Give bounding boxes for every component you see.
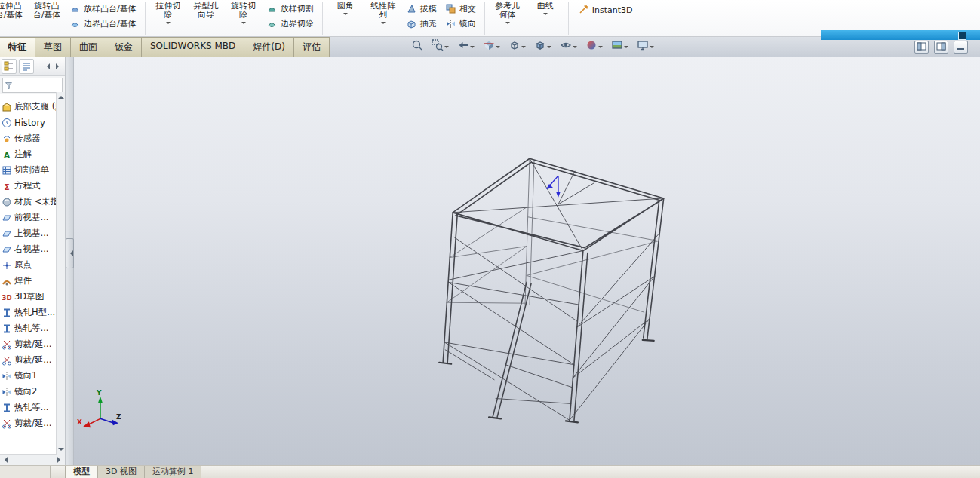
doc-tab-运动算例 1[interactable]: 运动算例 1 (144, 466, 202, 478)
tree-horizontal-scrollbar[interactable] (0, 454, 65, 465)
dropdown-caret-icon[interactable] (624, 46, 628, 51)
ribbon-button-intersect[interactable]: 相交 (446, 3, 476, 14)
ribbon-button-shell[interactable]: 抽壳 (407, 18, 437, 29)
ribbon-button-reference-geometry[interactable]: 参考几何体 (489, 0, 527, 26)
dropdown-caret-icon[interactable] (381, 22, 386, 26)
ribbon-button-mirror[interactable]: 镜向 (446, 18, 476, 29)
ribbon-button-curves[interactable]: 曲线 (527, 0, 564, 17)
ribbon-button-loft-cut[interactable]: 放样切割 (267, 3, 314, 14)
tree-item[interactable]: 热轧H型... (2, 305, 57, 320)
ribbon-button-extrude-boss[interactable]: 拉伸凸台/基体 (0, 0, 28, 20)
tree-item[interactable]: Σ方程式 (2, 178, 57, 194)
ribbon-button-loft-boss[interactable]: 放样凸台/基体 (70, 3, 137, 14)
dropdown-caret-icon[interactable] (241, 22, 246, 26)
tree-item[interactable]: 切割清单 (2, 162, 57, 178)
ribbon-button-boundary-boss[interactable]: 边界凸台/基体 (70, 18, 137, 29)
ribbon-toggle-instant3d[interactable]: Instant3D (573, 0, 639, 15)
panel-collapse-handle[interactable] (66, 238, 74, 268)
tree-item[interactable]: 镜向2 (2, 384, 57, 400)
tree-item-label: 热轧H型... (14, 307, 55, 318)
section-view-button[interactable] (481, 38, 502, 55)
dropdown-caret-icon[interactable] (444, 46, 449, 51)
tree-item[interactable]: 前视基... (2, 210, 57, 225)
tree-item[interactable]: 热轧等... (2, 400, 57, 415)
ribbon-button-draft[interactable]: 拔模 (407, 3, 437, 14)
tree-item[interactable]: 3D3D草图 (2, 289, 57, 305)
dropdown-caret-icon[interactable] (470, 46, 475, 51)
tree-item-root[interactable]: 底部支腿 (默认) (2, 99, 57, 115)
apply-scene-button[interactable] (610, 38, 630, 55)
doc-tab-模型[interactable]: 模型 (65, 466, 98, 478)
tree-item[interactable]: 剪裁/延... (2, 352, 57, 368)
dropdown-caret-icon[interactable] (521, 46, 526, 51)
tab-焊件(D)[interactable]: 焊件(D) (244, 37, 294, 57)
ribbon-stack: 放样凸台/基体边界凸台/基体 (66, 0, 141, 29)
section-view-icon (483, 39, 495, 54)
hide-show-items-button[interactable] (558, 38, 579, 55)
tree-item[interactable]: History (2, 115, 57, 130)
display-style-button[interactable] (533, 38, 553, 55)
featuremanager-tab[interactable] (2, 59, 17, 74)
minimize-button[interactable] (954, 41, 968, 54)
graphics-viewport[interactable]: Y X Z (74, 57, 980, 465)
view-settings-button[interactable] (635, 38, 656, 55)
chevron-right-icon (56, 63, 62, 69)
tab-曲面[interactable]: 曲面 (70, 37, 106, 57)
tree-filter-input[interactable] (2, 78, 63, 93)
model-origin-marker (546, 176, 561, 198)
scroll-left-icon[interactable] (2, 457, 8, 463)
dropdown-caret-icon[interactable] (505, 22, 510, 26)
tree-item[interactable]: 焊件 (2, 273, 57, 289)
tree-item[interactable]: 材质 <未指定> (2, 194, 57, 210)
ribbon-button-hole-wizard[interactable]: 异型孔向导 (187, 0, 225, 20)
panel-back-button[interactable] (41, 61, 51, 72)
tree-item[interactable]: 热轧等... (2, 320, 57, 336)
document-tabs: 模型3D 视图运动算例 1 (66, 466, 201, 478)
scroll-up-icon[interactable] (58, 93, 64, 99)
edit-appearance-button[interactable] (584, 38, 604, 55)
tree-item[interactable]: 剪裁/延... (2, 415, 57, 431)
tab-草图[interactable]: 草图 (35, 37, 71, 57)
ribbon-button-revolve-cut[interactable]: 旋转切除 (225, 0, 263, 26)
ribbon-button-linear-pattern[interactable]: 线性阵列 (364, 0, 402, 26)
panel-splitter[interactable] (66, 57, 74, 465)
model-truss[interactable] (439, 158, 664, 422)
zoom-to-area-button[interactable] (430, 38, 450, 55)
ribbon-button-boundary-cut[interactable]: 边界切除 (267, 18, 314, 29)
dropdown-caret-icon[interactable] (650, 46, 654, 51)
pane-right-button[interactable] (934, 41, 948, 54)
tree-item[interactable]: 剪裁/延... (2, 336, 57, 352)
dropdown-caret-icon[interactable] (547, 46, 551, 51)
tree-item[interactable]: A注解 (2, 146, 57, 162)
dropdown-caret-icon[interactable] (598, 46, 603, 51)
dropdown-caret-icon[interactable] (166, 22, 171, 26)
view-orientation-button[interactable] (507, 38, 527, 55)
propertymanager-tab[interactable] (19, 59, 34, 74)
tree-item[interactable]: 右视基... (2, 241, 57, 257)
scroll-right-icon[interactable] (57, 457, 63, 463)
tree-item[interactable]: 传感器 (2, 130, 57, 146)
external-window-titlebar[interactable] (821, 30, 980, 40)
sketch3d-icon: 3D (2, 292, 12, 302)
ribbon-button-fillet[interactable]: 圆角 (327, 0, 364, 17)
tab-特征[interactable]: 特征 (0, 37, 35, 57)
tree-item[interactable]: 原点 (2, 257, 57, 273)
dropdown-caret-icon[interactable] (496, 46, 500, 51)
dropdown-caret-icon[interactable] (573, 46, 577, 51)
tree-item[interactable]: 上视基... (2, 225, 57, 241)
tab-钣金[interactable]: 钣金 (106, 37, 142, 57)
tree-vertical-scrollbar[interactable] (56, 92, 65, 455)
zoom-to-fit-button[interactable] (410, 38, 425, 55)
dropdown-caret-icon[interactable] (543, 13, 548, 17)
panel-forward-button[interactable] (54, 61, 63, 72)
ribbon-button-extrude-cut[interactable]: 拉伸切除 (149, 0, 187, 26)
tree-item[interactable]: 镜向1 (2, 368, 57, 384)
scroll-down-icon[interactable] (58, 448, 64, 454)
pane-left-button[interactable] (914, 41, 929, 54)
doc-tab-3D 视图[interactable]: 3D 视图 (97, 466, 145, 478)
tab-评估[interactable]: 评估 (293, 37, 330, 57)
dropdown-caret-icon[interactable] (343, 13, 348, 17)
tab-SOLIDWORKS MBD[interactable]: SOLIDWORKS MBD (141, 37, 244, 57)
ribbon-button-revolve-boss[interactable]: 旋转凸台/基体 (28, 0, 66, 20)
previous-view-button[interactable] (456, 38, 476, 55)
